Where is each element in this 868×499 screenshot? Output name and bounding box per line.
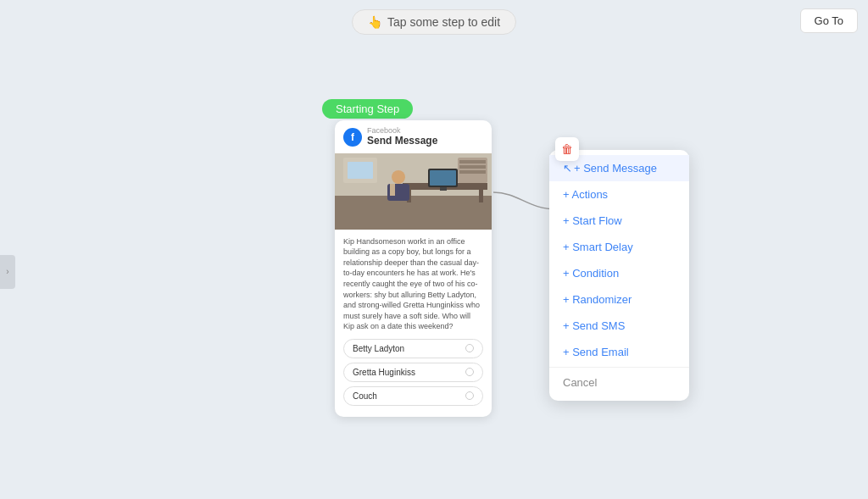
menu-item-label-1: + Actions: [563, 188, 608, 201]
flow-card[interactable]: f Facebook Send Message: [335, 120, 492, 417]
menu-item-send-email[interactable]: + Send Email: [549, 339, 689, 365]
option-radio-0[interactable]: [465, 344, 474, 352]
svg-rect-2: [335, 196, 492, 230]
option-label-0: Betty Ladyton: [353, 344, 404, 353]
menu-item-actions[interactable]: + Actions: [549, 181, 689, 208]
option-label-2: Couch: [353, 391, 377, 401]
option-radio-2[interactable]: [465, 391, 474, 400]
cursor-icon: ↖: [563, 162, 572, 175]
top-bar: 👆 Tap some step to edit Go To: [0, 0, 868, 44]
menu-item-label-5: + Randomizer: [563, 293, 632, 306]
menu-item-label-6: + Send SMS: [563, 319, 625, 332]
svg-point-11: [392, 170, 405, 184]
card-title: Send Message: [367, 135, 437, 148]
card-option-0[interactable]: Betty Ladyton: [343, 339, 483, 358]
card-header: f Facebook Send Message: [335, 120, 492, 153]
go-to-button[interactable]: Go To: [800, 8, 858, 33]
svg-rect-7: [479, 190, 483, 202]
svg-rect-9: [430, 170, 456, 186]
menu-item-randomizer[interactable]: + Randomizer: [549, 286, 689, 313]
svg-rect-13: [390, 184, 395, 196]
svg-rect-17: [459, 170, 486, 174]
svg-rect-16: [459, 165, 486, 169]
tap-hint-text: Tap some step to edit: [387, 15, 500, 29]
card-option-1[interactable]: Gretta Huginkiss: [343, 363, 483, 382]
delete-button[interactable]: 🗑: [555, 137, 579, 161]
menu-item-condition[interactable]: + Condition: [549, 260, 689, 286]
menu-item-start-flow[interactable]: + Start Flow: [549, 208, 689, 234]
card-platform: Facebook: [367, 127, 437, 135]
card-header-text: Facebook Send Message: [367, 127, 437, 148]
cancel-button[interactable]: Cancel: [549, 369, 689, 396]
menu-item-label-7: + Send Email: [563, 346, 629, 358]
svg-rect-10: [440, 187, 447, 191]
delete-icon: 🗑: [561, 142, 573, 156]
menu-item-smart-delay[interactable]: + Smart Delay: [549, 234, 689, 260]
menu-item-label-4: + Condition: [563, 267, 619, 280]
menu-divider: [549, 367, 689, 368]
menu-item-label-2: + Start Flow: [563, 214, 622, 227]
canvas: › Starting Step f Facebook Send Message: [0, 44, 868, 499]
menu-item-label-0: + Send Message: [574, 162, 657, 175]
sidebar-toggle[interactable]: ›: [0, 255, 15, 289]
option-label-1: Gretta Huginkiss: [353, 368, 415, 377]
menu-item-send-sms[interactable]: + Send SMS: [549, 313, 689, 339]
tap-hint: 👆 Tap some step to edit: [352, 9, 516, 35]
dropdown-menu: ↖ + Send Message + Actions + Start Flow …: [549, 150, 689, 401]
card-description: Kip Handsomeson workt in an office build…: [343, 236, 483, 332]
card-image: [335, 153, 492, 230]
starting-step-label: Starting Step: [322, 99, 413, 119]
facebook-icon: f: [343, 128, 362, 147]
tap-hint-icon: 👆: [368, 15, 382, 29]
card-option-2[interactable]: Couch: [343, 386, 483, 406]
svg-rect-4: [348, 162, 373, 179]
svg-rect-15: [459, 160, 486, 164]
card-body: Kip Handsomeson workt in an office build…: [335, 230, 492, 417]
option-radio-1[interactable]: [465, 368, 474, 376]
menu-item-label-3: + Smart Delay: [563, 241, 633, 253]
